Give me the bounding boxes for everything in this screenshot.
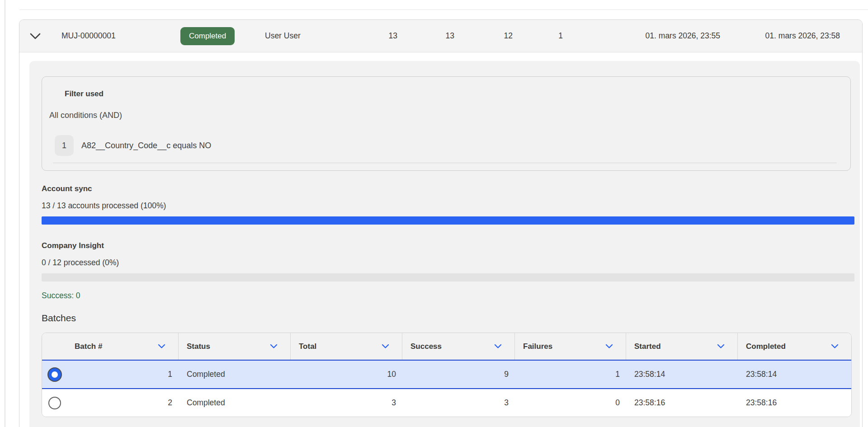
radio-selected[interactable]: [48, 368, 61, 381]
batch-status: Completed: [179, 389, 291, 417]
left-edge-divider: [5, 0, 5, 427]
company-insight-progress-text: 0 / 12 processed (0%): [42, 258, 854, 267]
filter-logic: All conditions (AND): [49, 111, 840, 120]
company-insight-progress-bar: [42, 273, 854, 282]
column-header-failures[interactable]: Failures: [515, 333, 626, 360]
sort-chevron-icon[interactable]: [717, 344, 725, 349]
sort-chevron-icon[interactable]: [494, 344, 502, 349]
batch-number: 2: [168, 398, 172, 408]
filter-divider: [53, 163, 837, 163]
batch-completed: 23:58:14: [738, 361, 851, 388]
sort-chevron-icon[interactable]: [158, 344, 165, 349]
sort-chevron-icon[interactable]: [382, 344, 389, 349]
sync-job-card: MUJ-00000001 Completed User User 13 13 1…: [19, 19, 863, 427]
batch-status: Completed: [179, 361, 291, 388]
sort-chevron-icon[interactable]: [605, 344, 613, 349]
batch-failures: 0: [515, 389, 626, 417]
top-divider: [19, 9, 868, 10]
detail-panel: Filter used All conditions (AND) 1 A82__…: [29, 61, 860, 427]
account-sync-progress-bar: [42, 216, 854, 225]
record-owner: User User: [265, 31, 342, 41]
batch-total: 3: [291, 389, 402, 417]
batches-table: Batch # Status Total Success: [42, 333, 852, 417]
batch-total: 10: [291, 361, 402, 388]
condition-index-pill: 1: [55, 135, 74, 156]
column-header-success[interactable]: Success: [402, 333, 515, 360]
account-sync-progress-fill: [42, 216, 854, 225]
column-header-batch[interactable]: Batch #: [42, 333, 179, 360]
batch-number: 1: [168, 370, 172, 379]
batch-started: 23:58:14: [626, 361, 738, 388]
record-detail: Filter used All conditions (AND) 1 A82__…: [19, 52, 862, 427]
record-count-success: 12: [454, 31, 513, 41]
record-started-date: 01. mars 2026, 23:55: [563, 31, 720, 41]
batches-heading: Batches: [42, 313, 854, 324]
column-header-completed[interactable]: Completed: [738, 333, 851, 360]
account-sync-progress-text: 13 / 13 accounts processed (100%): [42, 201, 854, 211]
batch-started: 23:58:16: [626, 389, 738, 417]
batch-row-2[interactable]: 2 Completed 3 3 0 23:58:16 23:58:16: [42, 389, 851, 417]
record-completed-date: 01. mars 2026, 23:58: [720, 31, 840, 41]
condition-text: A82__Country_Code__c equals NO: [81, 141, 211, 150]
account-sync-title: Account sync: [42, 184, 854, 193]
batch-completed: 23:58:16: [738, 389, 851, 417]
batch-success: 9: [402, 361, 515, 388]
column-header-started[interactable]: Started: [626, 333, 738, 360]
batches-table-header: Batch # Status Total Success: [42, 333, 851, 360]
batch-failures: 1: [515, 361, 626, 388]
sort-chevron-icon[interactable]: [831, 344, 839, 349]
chevron-down-icon[interactable]: [29, 33, 41, 40]
filter-condition-row: 1 A82__Country_Code__c equals NO: [55, 135, 840, 156]
column-header-total[interactable]: Total: [291, 333, 402, 360]
batch-row-1[interactable]: 1 Completed 10 9 1 23:58:14 23:58:14: [42, 360, 851, 389]
batch-success: 3: [402, 389, 515, 417]
filter-title: Filter used: [65, 89, 840, 99]
filter-used-box: Filter used All conditions (AND) 1 A82__…: [42, 76, 851, 171]
record-count-processed: 13: [397, 31, 454, 41]
company-insight-success-count: Success: 0: [42, 291, 854, 300]
record-count-failures: 1: [513, 31, 563, 41]
column-header-status[interactable]: Status: [179, 333, 291, 360]
company-insight-title: Company Insight: [42, 241, 854, 250]
radio-unselected[interactable]: [48, 397, 61, 409]
record-id: MUJ-00000001: [61, 31, 180, 41]
status-badge: Completed: [180, 27, 235, 45]
record-row[interactable]: MUJ-00000001 Completed User User 13 13 1…: [19, 20, 862, 52]
sort-chevron-icon[interactable]: [270, 344, 278, 349]
record-count-total: 13: [342, 31, 397, 41]
